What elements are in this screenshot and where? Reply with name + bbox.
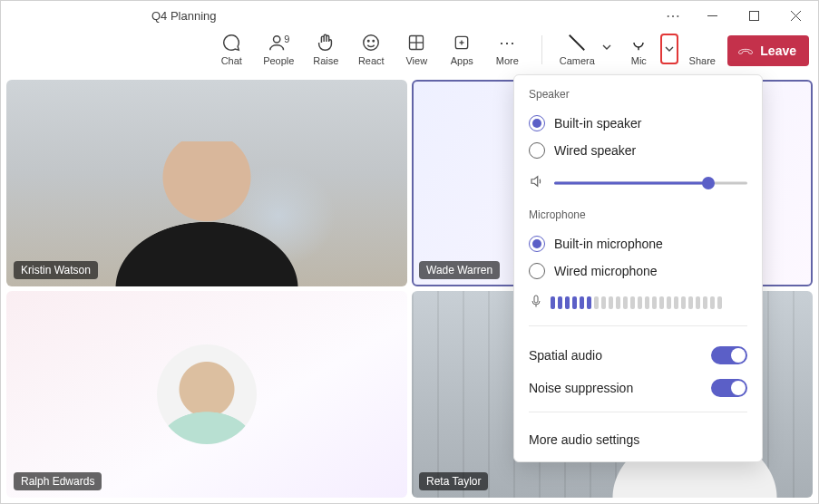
view-label: View (405, 55, 427, 66)
audio-settings-panel: Speaker Built-in speaker Wired speaker M… (513, 74, 763, 462)
radio-unselected-icon (529, 263, 545, 279)
mic-level-row (529, 294, 747, 311)
spatial-audio-row: Spatial audio (529, 339, 747, 372)
svg-point-7 (373, 40, 374, 41)
radio-unselected-icon (529, 142, 545, 159)
share-icon (691, 32, 713, 53)
participant-name: Kristin Watson (14, 261, 98, 279)
leave-label: Leave (760, 44, 796, 58)
close-button[interactable] (775, 1, 816, 30)
panel-divider (529, 325, 747, 326)
react-icon (360, 32, 382, 53)
participant-name: Wade Warren (419, 261, 500, 279)
window-more-button[interactable]: ⋯ (655, 1, 691, 30)
speaker-option-wired[interactable]: Wired speaker (529, 137, 747, 164)
share-label: Share (689, 55, 716, 66)
mic-toggle-button[interactable]: Mic (617, 30, 660, 72)
hangup-icon (736, 42, 755, 60)
speaker-section-title: Speaker (529, 88, 747, 101)
titlebar: Q4 Planning ⋯ (1, 1, 818, 30)
radio-selected-icon (529, 236, 545, 252)
mic-level-bars (551, 296, 722, 309)
toolbar-group-media: Camera Mic Share (551, 30, 727, 72)
more-button[interactable]: ⋯ More (485, 30, 529, 72)
mic-on-icon (628, 32, 649, 53)
raise-hand-icon (315, 32, 336, 53)
svg-line-14 (570, 35, 585, 51)
participant-tile[interactable]: Ralph Edwards (6, 291, 407, 498)
share-button[interactable]: Share (680, 30, 724, 72)
apps-button[interactable]: Apps (440, 30, 483, 72)
noise-suppression-toggle[interactable] (711, 379, 747, 397)
chat-button[interactable]: Chat (210, 30, 253, 72)
svg-rect-15 (637, 36, 641, 45)
toolbar-divider (541, 35, 542, 64)
microphone-option-wired[interactable]: Wired microphone (529, 257, 747, 285)
participant-name: Ralph Edwards (14, 472, 102, 490)
people-button[interactable]: 9 People (255, 30, 302, 72)
more-icon: ⋯ (496, 32, 518, 53)
raise-label: Raise (313, 55, 338, 66)
camera-off-icon (566, 32, 588, 53)
camera-split-button: Camera (555, 30, 615, 72)
avatar (157, 344, 257, 444)
speaker-volume-icon (529, 173, 545, 192)
svg-point-4 (274, 36, 280, 43)
microphone-option-builtin[interactable]: Built-in microphone (529, 230, 747, 257)
svg-point-6 (368, 40, 369, 41)
mic-label: Mic (631, 55, 647, 66)
meeting-toolbar: Chat 9 People Raise React View (1, 30, 818, 75)
panel-divider (529, 412, 747, 412)
volume-slider[interactable] (554, 181, 747, 185)
raise-hand-button[interactable]: Raise (304, 30, 347, 72)
spatial-audio-label: Spatial audio (529, 348, 602, 363)
participant-name: Reta Taylor (419, 472, 488, 490)
view-icon (405, 32, 427, 53)
noise-suppression-label: Noise suppression (529, 381, 633, 395)
participant-tile[interactable]: Kristin Watson (6, 80, 407, 286)
noise-suppression-row: Noise suppression (529, 372, 747, 404)
microphone-option-label: Wired microphone (554, 264, 658, 278)
leave-button[interactable]: Leave (727, 35, 809, 66)
microphone-option-label: Built-in microphone (554, 237, 663, 251)
more-label: More (496, 55, 519, 66)
speaker-option-label: Wired speaker (554, 143, 636, 158)
spatial-audio-toggle[interactable] (711, 346, 747, 364)
apps-icon (451, 32, 473, 53)
people-icon: 9 (268, 32, 289, 53)
camera-label: Camera (560, 55, 595, 66)
camera-chevron[interactable] (599, 34, 615, 61)
mic-split-button: Mic (617, 30, 678, 72)
people-label: People (263, 55, 294, 66)
more-audio-settings-link[interactable]: More audio settings (529, 425, 747, 449)
people-count: 9 (284, 34, 289, 44)
svg-rect-18 (534, 296, 538, 303)
mic-chevron[interactable] (660, 34, 678, 64)
window-title: Q4 Planning (15, 9, 655, 23)
minimize-button[interactable] (691, 1, 733, 30)
speaker-option-label: Built-in speaker (554, 116, 642, 131)
maximize-button[interactable] (733, 1, 775, 30)
view-button[interactable]: View (395, 30, 438, 72)
svg-rect-1 (749, 11, 758, 20)
apps-label: Apps (451, 55, 473, 66)
chat-label: Chat (221, 55, 242, 66)
microphone-section-title: Microphone (529, 208, 747, 221)
volume-row (529, 173, 747, 192)
chat-icon (220, 32, 242, 53)
microphone-level-icon (529, 294, 543, 311)
speaker-option-builtin[interactable]: Built-in speaker (529, 110, 747, 137)
react-button[interactable]: React (349, 30, 393, 72)
radio-selected-icon (529, 115, 545, 131)
camera-toggle-button[interactable]: Camera (555, 30, 599, 72)
toolbar-group-left: Chat 9 People Raise React View (206, 30, 532, 72)
svg-point-5 (364, 35, 379, 51)
react-label: React (358, 55, 385, 66)
